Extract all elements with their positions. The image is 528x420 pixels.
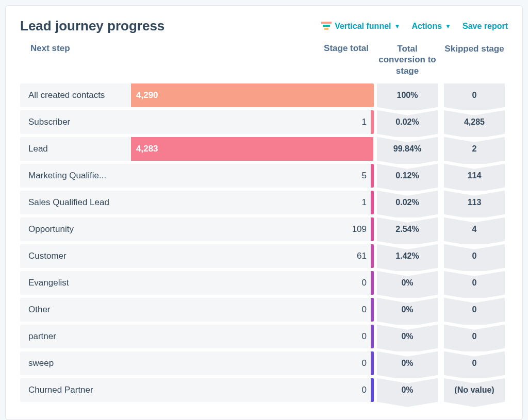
funnel-row: sweep 0 0% 0 [20, 351, 508, 375]
skipped-value: 0 [444, 298, 505, 322]
funnel-row: Lead 4,283 99.84% 2 [20, 137, 508, 161]
skipped-value: 2 [444, 137, 505, 161]
stage-bar-track: 0 [131, 351, 374, 375]
conversion-value: 2.54% [377, 217, 438, 241]
caret-down-icon: ▼ [394, 23, 401, 30]
conversion-value: 0% [377, 271, 438, 295]
stage-bar-track: 0 [131, 325, 374, 348]
stage-label: sweep [20, 351, 131, 375]
conversion-cell: 0% [374, 298, 441, 322]
skipped-value: 114 [444, 164, 505, 188]
table-header: Next step Stage total Total conversion t… [20, 39, 508, 83]
conversion-cell: 0% [374, 325, 441, 348]
stage-bar-cell[interactable]: Sales Qualified Lead 1 [20, 191, 374, 214]
card-header: Lead journey progress Vertical funnel ▼ … [20, 18, 508, 34]
stage-tick [371, 325, 374, 348]
stage-label: Churned Partner [20, 378, 131, 402]
stage-tick [371, 217, 374, 241]
stage-value: 0 [362, 305, 367, 315]
funnel-row: Marketing Qualifie... 5 0.12% 114 [20, 164, 508, 188]
stage-bar-track: 5 [131, 164, 374, 188]
conversion-value: 100% [377, 83, 438, 107]
stage-bar-track: 4,290 [131, 83, 374, 107]
stage-label: Other [20, 298, 131, 322]
stage-value: 0 [362, 331, 367, 342]
stage-bar-cell[interactable]: partner 0 [20, 325, 374, 348]
conversion-cell: 0% [374, 271, 441, 295]
report-title: Lead journey progress [20, 18, 164, 34]
skipped-cell: 0 [441, 271, 508, 295]
col-header-stage-total[interactable]: Stage total [139, 43, 374, 54]
skipped-cell: 114 [441, 164, 508, 188]
stage-bar-cell[interactable]: Churned Partner 0 [20, 378, 374, 402]
skipped-cell: (No value) [441, 378, 508, 402]
stage-bar-track: 0 [131, 298, 374, 322]
funnel-row: Subscriber 1 0.02% 4,285 [20, 110, 508, 134]
conversion-value: 0.02% [377, 110, 438, 134]
conversion-value: 0.12% [377, 164, 438, 188]
stage-bar-track: 109 [131, 217, 374, 241]
stage-label: Marketing Qualifie... [20, 164, 131, 188]
col-header-skipped[interactable]: Skipped stage [441, 43, 508, 54]
stage-label: Sales Qualified Lead [20, 191, 131, 214]
save-report-button[interactable]: Save report [463, 22, 508, 31]
vertical-funnel-dropdown[interactable]: Vertical funnel ▼ [321, 22, 400, 31]
conversion-cell: 99.84% [374, 137, 441, 161]
stage-bar-track: 0 [131, 271, 374, 295]
stage-label: Customer [20, 244, 131, 268]
funnel-row: Evangelist 0 0% 0 [20, 271, 508, 295]
conversion-cell: 1.42% [374, 244, 441, 268]
stage-tick [371, 298, 374, 322]
actions-label: Actions [411, 22, 442, 31]
skipped-value: 0 [444, 351, 505, 375]
conversion-value: 1.42% [377, 244, 438, 268]
skipped-value: 4 [444, 217, 505, 241]
stage-bar-cell[interactable]: Customer 61 [20, 244, 374, 268]
skipped-cell: 0 [441, 298, 508, 322]
stage-bar-track: 4,283 [131, 137, 374, 161]
stage-bar-cell[interactable]: Subscriber 1 [20, 110, 374, 134]
stage-bar-cell[interactable]: Lead 4,283 [20, 137, 374, 161]
skipped-cell: 113 [441, 191, 508, 214]
funnel-row: All created contacts 4,290 100% 0 [20, 83, 508, 107]
conversion-cell: 0.12% [374, 164, 441, 188]
actions-dropdown[interactable]: Actions ▼ [411, 22, 451, 31]
stage-value: 1 [362, 117, 367, 127]
funnel-row: partner 0 0% 0 [20, 325, 508, 348]
col-header-next-step[interactable]: Next step [20, 43, 139, 54]
caret-down-icon: ▼ [445, 23, 451, 30]
conversion-cell: 2.54% [374, 217, 441, 241]
conversion-value: 0% [377, 378, 438, 402]
stage-bar-fill: 4,283 [131, 137, 373, 161]
stage-bar-cell[interactable]: Other 0 [20, 298, 374, 322]
funnel-row: Churned Partner 0 0% (No value) [20, 378, 508, 402]
stage-bar-cell[interactable]: Marketing Qualifie... 5 [20, 164, 374, 188]
stage-value: 109 [352, 224, 367, 234]
stage-bar-cell[interactable]: sweep 0 [20, 351, 374, 375]
skipped-cell: 0 [441, 244, 508, 268]
svg-rect-0 [321, 22, 332, 24]
conversion-value: 0% [377, 351, 438, 375]
stage-tick [371, 191, 374, 214]
vertical-funnel-label: Vertical funnel [335, 22, 391, 31]
skipped-cell: 2 [441, 137, 508, 161]
stage-label: Subscriber [20, 110, 131, 134]
skipped-value: (No value) [444, 378, 505, 402]
skipped-value: 0 [444, 244, 505, 268]
conversion-cell: 0.02% [374, 191, 441, 214]
stage-bar-cell[interactable]: Opportunity 109 [20, 217, 374, 241]
save-report-label: Save report [463, 22, 508, 31]
stage-label: All created contacts [20, 83, 131, 107]
conversion-cell: 0% [374, 378, 441, 402]
conversion-value: 99.84% [377, 137, 438, 161]
stage-bar-cell[interactable]: All created contacts 4,290 [20, 83, 374, 107]
skipped-value: 0 [444, 83, 505, 107]
col-header-conversion[interactable]: Total conversion to stage [374, 43, 441, 76]
conversion-value: 0% [377, 325, 438, 348]
stage-bar-cell[interactable]: Evangelist 0 [20, 271, 374, 295]
stage-value: 5 [362, 171, 367, 181]
stage-bar-track: 61 [131, 244, 374, 268]
stage-value: 0 [362, 385, 367, 395]
stage-tick [371, 351, 374, 375]
conversion-value: 0% [377, 298, 438, 322]
